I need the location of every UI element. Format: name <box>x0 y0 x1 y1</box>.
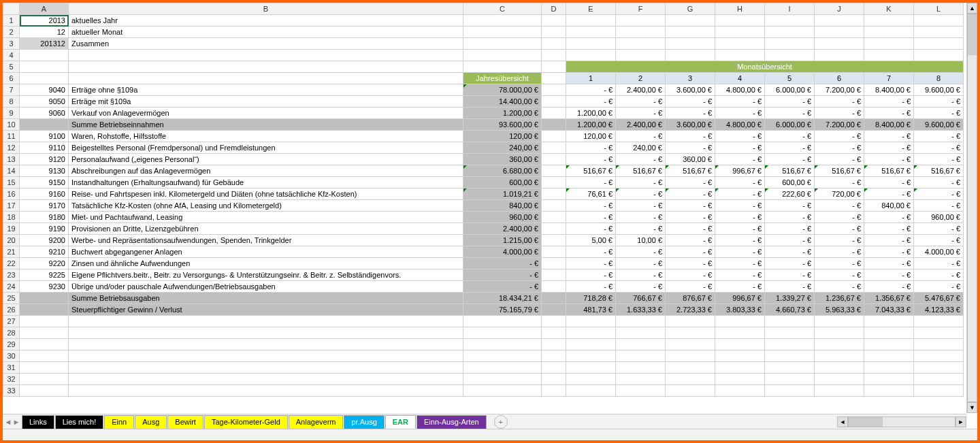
cell-m8-26[interactable]: 4.123,33 € <box>914 304 964 316</box>
cell-empty-29-6[interactable] <box>666 339 715 350</box>
cell-D22[interactable] <box>542 258 566 269</box>
row-header-13[interactable]: 13 <box>3 154 20 165</box>
cell-m7-25[interactable]: 1.356,67 € <box>864 293 914 304</box>
cell-empty[interactable] <box>914 27 964 38</box>
cell-code-15[interactable]: 9150 <box>20 177 69 188</box>
cell-m6-14[interactable]: 516,67 € <box>815 165 864 177</box>
row-header-4[interactable]: 4 <box>3 50 20 61</box>
cell-code-14[interactable]: 9130 <box>20 165 69 177</box>
row-header-31[interactable]: 31 <box>3 362 20 374</box>
cell-m6-21[interactable]: - € <box>815 246 864 258</box>
cell-m4-8[interactable]: - € <box>715 96 765 108</box>
cell-empty-27-0[interactable] <box>20 316 69 327</box>
cell-m4-16[interactable]: - € <box>715 188 765 200</box>
scroll-left-icon[interactable]: ◄ <box>837 416 848 427</box>
cell-m1-9[interactable]: 1.200,00 € <box>566 108 616 119</box>
cell-empty-30-4[interactable] <box>566 350 616 362</box>
cell-empty[interactable] <box>815 50 864 61</box>
cell-B1[interactable]: aktuelles Jahr <box>69 15 463 27</box>
cell-year-25[interactable]: 18.434,21 € <box>463 293 542 304</box>
cell-m8-10[interactable]: 9.600,00 € <box>914 119 964 131</box>
cell-m8-18[interactable]: 960,00 € <box>914 212 964 223</box>
col-header-L[interactable]: L <box>914 3 964 15</box>
row-header-18[interactable]: 18 <box>3 212 20 223</box>
cell-m6-9[interactable]: - € <box>815 108 864 119</box>
cell-m3-20[interactable]: - € <box>666 235 715 246</box>
cell-m6-7[interactable]: 7.200,00 € <box>815 84 864 96</box>
row-header-6[interactable]: 6 <box>3 73 20 84</box>
cell-empty-32-9[interactable] <box>815 374 864 385</box>
cell-m6-8[interactable]: - € <box>815 96 864 108</box>
cell-empty-32-0[interactable] <box>20 374 69 385</box>
cell-m1-24[interactable]: - € <box>566 281 616 293</box>
cell-m6-13[interactable]: - € <box>815 154 864 165</box>
cell-empty-27-3[interactable] <box>542 316 566 327</box>
cell-empty[interactable] <box>914 50 964 61</box>
cell-D26[interactable] <box>542 304 566 316</box>
cell-D15[interactable] <box>542 177 566 188</box>
row-header-15[interactable]: 15 <box>3 177 20 188</box>
cell-m8-9[interactable]: - € <box>914 108 964 119</box>
col-header-D[interactable]: D <box>542 3 566 15</box>
cell-code-8[interactable]: 9050 <box>20 96 69 108</box>
cell-desc-14[interactable]: Abschreibungen auf das Anlagevermögen <box>69 165 463 177</box>
cell-m2-8[interactable]: - € <box>616 96 666 108</box>
cell-empty[interactable] <box>616 50 666 61</box>
cell-m6-18[interactable]: - € <box>815 212 864 223</box>
cell-empty[interactable] <box>914 38 964 50</box>
row-header-12[interactable]: 12 <box>3 142 20 154</box>
cell-B2[interactable]: aktueller Monat <box>69 27 463 38</box>
cell-empty-27-10[interactable] <box>864 316 914 327</box>
cell-m4-17[interactable]: - € <box>715 200 765 212</box>
cell-empty-33-6[interactable] <box>666 385 715 397</box>
cell-m1-11[interactable]: 120,00 € <box>566 131 616 142</box>
cell-D21[interactable] <box>542 246 566 258</box>
cell-empty-30-5[interactable] <box>616 350 666 362</box>
cell-year-8[interactable]: 14.400,00 € <box>463 96 542 108</box>
cell-m4-25[interactable]: 996,67 € <box>715 293 765 304</box>
cell-m3-25[interactable]: 876,67 € <box>666 293 715 304</box>
cell-empty-31-6[interactable] <box>666 362 715 374</box>
cell-empty[interactable] <box>542 50 566 61</box>
cell-m7-14[interactable]: 516,67 € <box>864 165 914 177</box>
cell-empty-31-3[interactable] <box>542 362 566 374</box>
cell-m5-19[interactable]: - € <box>765 223 815 235</box>
cell-m3-23[interactable]: - € <box>666 269 715 281</box>
cell-m1-20[interactable]: 5,00 € <box>566 235 616 246</box>
cell-m2-25[interactable]: 766,67 € <box>616 293 666 304</box>
cell-empty[interactable] <box>542 15 566 27</box>
cell-empty-30-3[interactable] <box>542 350 566 362</box>
cell-empty-31-0[interactable] <box>20 362 69 374</box>
cell-m1-22[interactable]: - € <box>566 258 616 269</box>
col-header-J[interactable]: J <box>815 3 864 15</box>
cell-desc-24[interactable]: Übrige und/oder pauschale Aufwendungen/B… <box>69 281 463 293</box>
cell-empty[interactable] <box>715 50 765 61</box>
cell-code-19[interactable]: 9190 <box>20 223 69 235</box>
row-header-19[interactable]: 19 <box>3 223 20 235</box>
col-header-B[interactable]: B <box>69 3 463 15</box>
cell-m6-22[interactable]: - € <box>815 258 864 269</box>
cell-m6-10[interactable]: 7.200,00 € <box>815 119 864 131</box>
cell-D13[interactable] <box>542 154 566 165</box>
cell-empty[interactable] <box>715 15 765 27</box>
cell-m4-9[interactable]: - € <box>715 108 765 119</box>
cell-m8-24[interactable]: - € <box>914 281 964 293</box>
cell-A1[interactable]: 2013 <box>20 15 69 27</box>
cell-m5-9[interactable]: - € <box>765 108 815 119</box>
cell-C5[interactable] <box>463 61 542 73</box>
cell-empty-32-2[interactable] <box>463 374 542 385</box>
cell-m7-23[interactable]: - € <box>864 269 914 281</box>
scroll-down-icon[interactable]: ▼ <box>967 402 977 413</box>
cell-empty-33-11[interactable] <box>914 385 964 397</box>
cell-m4-13[interactable]: - € <box>715 154 765 165</box>
cell-m6-20[interactable]: - € <box>815 235 864 246</box>
cell-empty-29-9[interactable] <box>815 339 864 350</box>
col-header-K[interactable]: K <box>864 3 914 15</box>
cell-empty[interactable] <box>463 38 542 50</box>
cell-D20[interactable] <box>542 235 566 246</box>
cell-empty-28-10[interactable] <box>864 327 914 339</box>
row-header-1[interactable]: 1 <box>3 15 20 27</box>
col-header-I[interactable]: I <box>765 3 815 15</box>
cell-empty-27-4[interactable] <box>566 316 616 327</box>
cell-empty-29-5[interactable] <box>616 339 666 350</box>
